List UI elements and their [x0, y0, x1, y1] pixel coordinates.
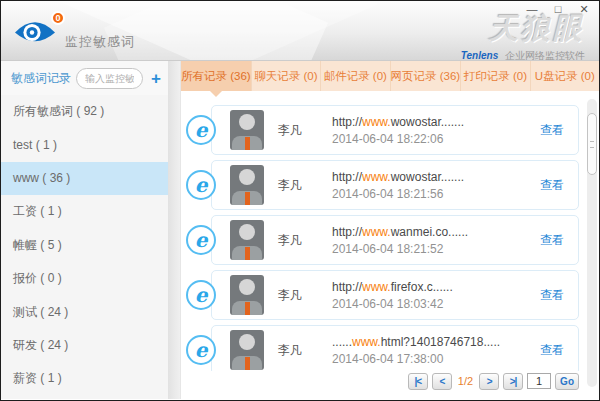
- sidebar-item[interactable]: 研发 ( 24 ): [1, 329, 168, 362]
- record-card: 李凡 http://www.wanmei.co...... 2014-06-04…: [211, 215, 579, 265]
- avatar: [230, 275, 264, 315]
- brand-tagline: 企业网络监控软件: [505, 50, 585, 61]
- record-texts: http://www.wowostar....... 2014-06-04 18…: [332, 170, 540, 201]
- sidebar-item-label: 所有敏感词 ( 92 ): [13, 103, 104, 120]
- avatar: [230, 220, 264, 260]
- record-card: 李凡 http://www.firefox.c...... 2014-06-04…: [211, 270, 579, 320]
- record-user: 李凡: [278, 177, 332, 194]
- record-url: http://www.wowostar.......: [332, 170, 540, 184]
- sidebar-item-label: 研发 ( 24 ): [13, 337, 68, 354]
- record-texts: http://www.wowostar....... 2014-06-04 18…: [332, 115, 540, 146]
- pagination-bar: |< < 1/2 > >| Go: [181, 371, 599, 399]
- main-panel: 所有记录 (36)聊天记录 (0)邮件记录 (0)网页记录 (36)打印记录 (…: [181, 61, 599, 399]
- record-timestamp: 2014-06-04 18:21:52: [332, 242, 540, 256]
- record-row: e 李凡 http://www.firefox.c...... 2014-06-…: [186, 270, 579, 320]
- record-card: 李凡 http://www.wowostar....... 2014-06-04…: [211, 160, 579, 210]
- go-button[interactable]: Go: [555, 373, 579, 390]
- add-keyword-button[interactable]: +: [148, 70, 164, 87]
- tab[interactable]: 打印记录 (0): [461, 61, 530, 91]
- last-page-button[interactable]: >|: [503, 373, 523, 390]
- sidebar-item[interactable]: 薪资 ( 1 ): [1, 362, 168, 395]
- keyword-search-input[interactable]: [85, 73, 134, 84]
- sidebar-item[interactable]: 工资 ( 1 ): [1, 195, 168, 228]
- record-user: 李凡: [278, 122, 332, 139]
- ie-browser-icon: e: [186, 335, 216, 365]
- prev-page-button[interactable]: <: [432, 373, 452, 390]
- record-timestamp: 2014-06-04 17:38:00: [332, 352, 540, 366]
- tab[interactable]: U盘记录 (0): [531, 61, 599, 91]
- sidebar-item-label: 帷幄 ( 5 ): [13, 237, 62, 254]
- brand-logo-text: 天狼眼: [461, 9, 585, 49]
- sidebar-scrollbar[interactable]: [169, 61, 181, 399]
- record-url: http://www.wowostar.......: [332, 115, 540, 129]
- keyword-search-box: [76, 68, 143, 89]
- record-url: http://www.firefox.c......: [332, 280, 540, 294]
- sidebar-item[interactable]: www ( 36 ): [1, 162, 168, 195]
- tab[interactable]: 所有记录 (36): [181, 61, 252, 91]
- view-link[interactable]: 查看: [540, 177, 564, 194]
- view-link[interactable]: 查看: [540, 232, 564, 249]
- sidebar-item[interactable]: 帷幄 ( 5 ): [1, 229, 168, 262]
- record-url: ......www.html?14018746718.....: [332, 335, 540, 349]
- titlebar-decoration: [104, 1, 378, 61]
- notification-badge: 0: [51, 11, 65, 25]
- eye-logo-icon: 0: [13, 17, 59, 49]
- record-timestamp: 2014-06-04 18:21:56: [332, 187, 540, 201]
- view-link[interactable]: 查看: [540, 122, 564, 139]
- record-url: http://www.wanmei.co......: [332, 225, 540, 239]
- app-body: 敏感词记录 + 所有敏感词 ( 92 ) test ( 1 ) www ( 36…: [1, 61, 599, 399]
- avatar: [230, 165, 264, 205]
- record-row: e 李凡 http://www.wowostar....... 2014-06-…: [186, 105, 579, 155]
- avatar: [230, 330, 264, 370]
- page-title: 监控敏感词: [65, 33, 135, 51]
- sidebar-item[interactable]: 测试 ( 24 ): [1, 295, 168, 328]
- record-texts: http://www.firefox.c...... 2014-06-04 18…: [332, 280, 540, 311]
- sidebar-item[interactable]: 报价 ( 0 ): [1, 262, 168, 295]
- tab[interactable]: 网页记录 (36): [391, 61, 462, 91]
- record-row: e 李凡 http://www.wowostar....... 2014-06-…: [186, 160, 579, 210]
- tab[interactable]: 聊天记录 (0): [252, 61, 321, 91]
- record-texts: ......www.html?14018746718..... 2014-06-…: [332, 335, 540, 366]
- keyword-list: 所有敏感词 ( 92 ) test ( 1 ) www ( 36 ) 工资 ( …: [1, 95, 168, 399]
- sidebar-title: 敏感词记录: [11, 70, 71, 87]
- record-card: 李凡 http://www.wowostar....... 2014-06-04…: [211, 105, 579, 155]
- ie-browser-icon: e: [186, 170, 216, 200]
- record-user: 李凡: [278, 287, 332, 304]
- brand-block: 天狼眼 Tenlens 企业网络监控软件: [461, 9, 585, 61]
- sidebar-header: 敏感词记录 +: [1, 61, 168, 95]
- title-bar: 0 监控敏感词 — □ ✕ 天狼眼 Tenlens 企业网络监控软件: [1, 1, 599, 61]
- sidebar: 敏感词记录 + 所有敏感词 ( 92 ) test ( 1 ) www ( 36…: [1, 61, 169, 399]
- sidebar-item-label: 测试 ( 24 ): [13, 304, 68, 321]
- app-window: 0 监控敏感词 — □ ✕ 天狼眼 Tenlens 企业网络监控软件 敏感词记录…: [0, 0, 600, 401]
- sidebar-item[interactable]: test ( 1 ): [1, 128, 168, 161]
- sidebar-item-label: 工资 ( 1 ): [13, 203, 62, 220]
- record-row: e 李凡 http://www.wanmei.co...... 2014-06-…: [186, 215, 579, 265]
- sidebar-item-label: 薪资 ( 1 ): [13, 370, 62, 387]
- avatar: [230, 110, 264, 150]
- page-number-input[interactable]: [527, 373, 551, 389]
- ie-browser-icon: e: [186, 115, 216, 145]
- list-scrollbar[interactable]: [587, 99, 597, 387]
- sidebar-item-label: 报价 ( 0 ): [13, 270, 62, 287]
- record-card: 李凡 ......www.html?14018746718..... 2014-…: [211, 325, 579, 371]
- view-link[interactable]: 查看: [540, 287, 564, 304]
- record-user: 李凡: [278, 342, 332, 359]
- record-tabs: 所有记录 (36)聊天记录 (0)邮件记录 (0)网页记录 (36)打印记录 (…: [181, 61, 599, 91]
- record-user: 李凡: [278, 232, 332, 249]
- ie-browser-icon: e: [186, 225, 216, 255]
- record-texts: http://www.wanmei.co...... 2014-06-04 18…: [332, 225, 540, 256]
- next-page-button[interactable]: >: [479, 373, 499, 390]
- record-timestamp: 2014-06-04 18:22:06: [332, 132, 540, 146]
- sidebar-item-label: test ( 1 ): [13, 138, 57, 152]
- tab[interactable]: 邮件记录 (0): [321, 61, 390, 91]
- record-timestamp: 2014-06-04 18:03:42: [332, 297, 540, 311]
- page-indicator: 1/2: [458, 375, 473, 387]
- view-link[interactable]: 查看: [540, 342, 564, 359]
- ie-browser-icon: e: [186, 280, 216, 310]
- record-row: e 李凡 ......www.html?14018746718..... 201…: [186, 325, 579, 371]
- list-scrollbar-thumb[interactable]: [587, 113, 597, 175]
- brand-name: Tenlens: [461, 50, 498, 61]
- sidebar-item-label: www ( 36 ): [13, 171, 70, 185]
- sidebar-item[interactable]: 所有敏感词 ( 92 ): [1, 95, 168, 128]
- first-page-button[interactable]: |<: [408, 373, 428, 390]
